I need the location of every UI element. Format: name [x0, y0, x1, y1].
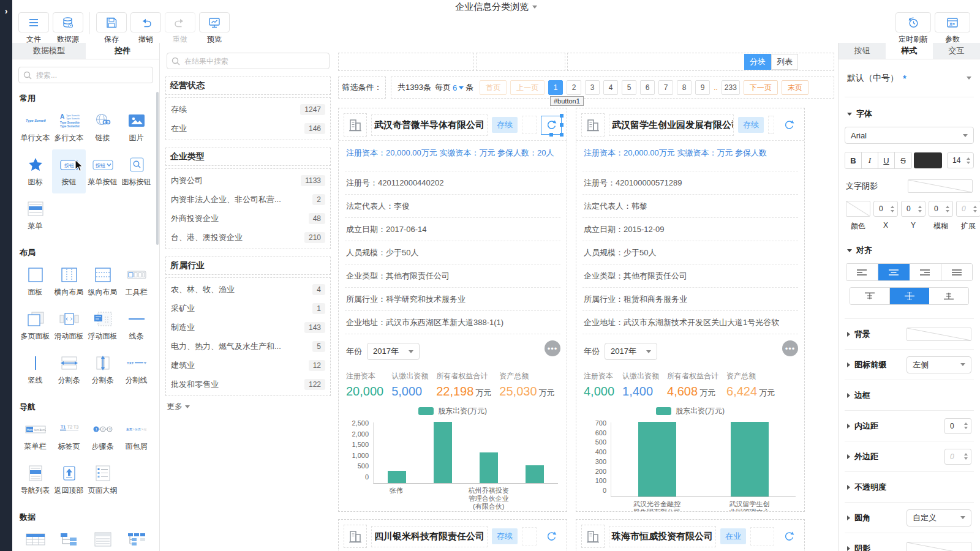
property-label[interactable]: 背景	[847, 329, 870, 340]
property-spinner[interactable]: 0	[944, 418, 971, 434]
control-item-breadcrumb[interactable]: 主页>分页>分页面包屑	[119, 414, 153, 458]
control-item-button[interactable]: 按钮按钮	[52, 149, 86, 193]
sidebar-scrollbar[interactable]	[156, 92, 159, 245]
result-search-input[interactable]	[167, 53, 330, 69]
control-item-tabs[interactable]: T1T2T3标签页	[52, 414, 86, 458]
control-item-multitree[interactable]: 多列树	[119, 524, 153, 551]
property-label[interactable]: 图标前缀	[847, 359, 886, 370]
toolbar-button-timer-refresh[interactable]: 定时刷新	[895, 12, 931, 45]
spin-up-icon[interactable]	[964, 422, 968, 425]
align-left-button[interactable]	[846, 264, 878, 280]
page-last-button[interactable]: 末页	[782, 80, 809, 95]
tab-interaction[interactable]: 交互	[933, 43, 980, 59]
shadow-color-swatch[interactable]	[846, 201, 870, 217]
control-item-splitterh[interactable]: 分割条	[52, 348, 86, 392]
spin-down-icon[interactable]	[964, 457, 968, 460]
page-number-7[interactable]: 7	[658, 80, 673, 95]
page-first-button[interactable]: 首页	[480, 80, 507, 95]
tab-controls[interactable]: 控件	[86, 43, 159, 59]
control-item-line[interactable]: 线条	[119, 304, 153, 348]
control-item-slidepanel[interactable]: 滑动面板	[52, 304, 86, 348]
strikethrough-button[interactable]: S	[895, 152, 911, 168]
control-item-menu[interactable]: 菜单	[18, 193, 52, 238]
page-number-4[interactable]: 4	[603, 80, 618, 95]
collapse-rail[interactable]: ›	[0, 0, 12, 551]
toolbar-button-save[interactable]: 保存	[96, 12, 127, 45]
page-number-2[interactable]: 2	[567, 80, 581, 95]
spin-down-icon[interactable]	[967, 162, 970, 164]
control-item-icon-button[interactable]: 图标按钮	[119, 149, 153, 193]
text-shadow-swatch[interactable]	[908, 179, 973, 193]
align-right-button[interactable]	[910, 264, 941, 280]
page-number-3[interactable]: 3	[585, 80, 600, 95]
filter-item[interactable]: 制造业143	[171, 318, 325, 337]
spin-up-icon[interactable]	[964, 453, 968, 455]
refresh-button[interactable]	[778, 116, 799, 135]
filter-item[interactable]: 采矿业1	[171, 299, 325, 318]
spin-up-icon[interactable]	[946, 206, 949, 208]
align-justify-button[interactable]	[941, 264, 973, 280]
spin-down-icon[interactable]	[964, 427, 968, 429]
filter-item[interactable]: 内资公司1133	[171, 171, 325, 190]
control-item-floatpanel[interactable]: 浮动面板	[86, 304, 119, 348]
spin-down-icon[interactable]	[973, 210, 977, 212]
spin-up-icon[interactable]	[918, 206, 922, 208]
chart-bar[interactable]	[731, 422, 769, 497]
control-item-table[interactable]: 列表	[18, 524, 52, 551]
selection-handle[interactable]	[560, 123, 564, 127]
spin-down-icon[interactable]	[946, 210, 949, 212]
control-item-link[interactable]: 链接	[86, 105, 119, 149]
selection-handle[interactable]	[560, 114, 564, 118]
control-item-panel[interactable]: 面板	[18, 260, 52, 304]
property-label[interactable]: 阴影	[847, 543, 870, 551]
control-item-menubar[interactable]: Homeitem1item2菜单栏	[18, 414, 52, 458]
control-item-vline[interactable]: 竖线	[18, 348, 52, 392]
more-filters-link[interactable]: 更多	[167, 401, 330, 412]
spin-up-icon[interactable]	[973, 206, 977, 208]
page-number-8[interactable]: 8	[677, 80, 692, 95]
property-select[interactable]: 自定义	[907, 509, 971, 527]
property-label[interactable]: 外边距	[847, 451, 878, 462]
page-number-9[interactable]: 9	[695, 80, 710, 95]
tab-style[interactable]: 样式	[886, 43, 933, 59]
page-prev-button[interactable]: 上一页	[510, 80, 545, 95]
chart-bar[interactable]	[526, 465, 544, 483]
selection-handle[interactable]	[560, 133, 564, 137]
control-item-list[interactable]: 单列列表	[86, 524, 119, 551]
page-number-5[interactable]: 5	[622, 80, 636, 95]
tab-button[interactable]: 按钮	[839, 43, 886, 59]
page-number-233[interactable]: 233	[722, 80, 740, 95]
align-top-button[interactable]	[850, 288, 890, 304]
control-item-star[interactable]: 图标	[18, 149, 52, 193]
chart-bar[interactable]	[638, 422, 676, 497]
underline-button[interactable]: U	[878, 152, 895, 168]
chart-bar[interactable]	[480, 452, 498, 483]
control-item-tree[interactable]: 树	[52, 524, 86, 551]
control-item-dividerline[interactable]: TXT分割线	[119, 348, 153, 392]
filter-item[interactable]: 台、港、澳投资企业210	[171, 228, 325, 247]
state-selector[interactable]: 默认（中号） *	[845, 59, 974, 97]
italic-button[interactable]: I	[862, 152, 878, 168]
control-item-image[interactable]: 图片	[119, 105, 153, 149]
filter-item[interactable]: 农、林、牧、渔业4	[171, 280, 325, 299]
filter-item[interactable]: 批发和零售业122	[171, 375, 325, 394]
refresh-button[interactable]	[541, 116, 562, 135]
align-section-header[interactable]: 对齐	[847, 245, 971, 256]
chart-bar[interactable]	[434, 422, 452, 483]
more-options-button[interactable]: •••	[545, 340, 560, 356]
spin-down-icon[interactable]	[918, 210, 922, 212]
shadow-spinner-Y[interactable]: 0	[901, 201, 925, 217]
control-item-vlayout[interactable]: 纵向布局	[86, 260, 119, 304]
property-swatch[interactable]	[907, 328, 971, 341]
control-item-hlayout[interactable]: 横向布局	[52, 260, 86, 304]
align-middle-button[interactable]	[890, 288, 930, 304]
refresh-button[interactable]	[778, 527, 799, 546]
page-number-1[interactable]: 1	[548, 80, 563, 95]
toolbar-button-undo[interactable]: 撤销	[130, 12, 161, 45]
expand-chevron-icon[interactable]: ›	[0, 6, 12, 16]
control-item-menu-button[interactable]: 按钮菜单按钮	[86, 149, 119, 193]
property-label[interactable]: 不透明度	[847, 482, 886, 493]
spin-up-icon[interactable]	[967, 157, 970, 160]
chart-bar[interactable]	[388, 471, 406, 483]
font-color-swatch[interactable]	[914, 152, 942, 168]
